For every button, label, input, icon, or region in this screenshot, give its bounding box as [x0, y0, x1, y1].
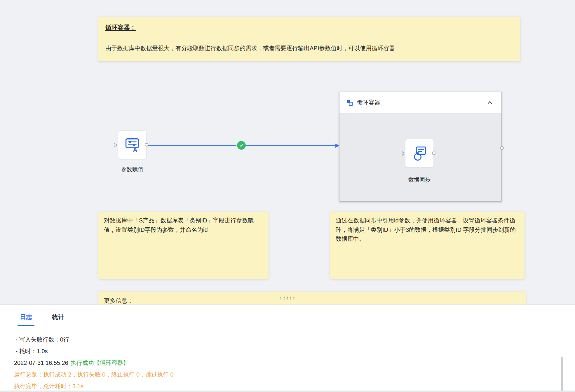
note-title: 循环容器：	[105, 22, 513, 32]
node-data-sync[interactable]	[405, 139, 434, 168]
log-timestamp: 2022-07-31 16:55:26	[14, 360, 68, 366]
output-port[interactable]	[145, 143, 148, 147]
loop-container-group[interactable]: 循环容器 数据同	[339, 92, 502, 202]
loop-container-header[interactable]: 循环容器	[339, 92, 501, 114]
node-sync-label: 数据同步	[396, 176, 443, 184]
loop-container-title: 循环容器	[357, 99, 486, 107]
panel-tabs: 日志 统计	[0, 305, 575, 329]
log-line: 运行总览：执行成功 2，执行失败 0，终止执行 0，跳过执行 0	[14, 369, 552, 380]
svg-text:A: A	[133, 147, 137, 153]
database-sync-icon	[412, 145, 427, 161]
workflow-canvas[interactable]: 循环容器： 由于数据库中数据量很大，有分段取数进行数据同步的需求，或者需要逐行输…	[0, 0, 575, 304]
tab-stats[interactable]: 统计	[50, 305, 67, 329]
log-line: - 耗时：1.0s	[14, 345, 552, 357]
log-output[interactable]: - 写入失败行数：0行 - 耗时：1.0s 2022-07-31 16:55:2…	[0, 329, 575, 392]
note-title: 更多信息：	[104, 296, 520, 304]
log-line: - 写入失败行数：0行	[14, 334, 552, 345]
vertical-scrollbar[interactable]	[561, 357, 563, 392]
note-body: 通过在数据同步中引用id参数，并使用循环容器，设置循环容器条件循环，将满足「类别…	[336, 216, 519, 244]
check-circle-icon	[237, 141, 246, 150]
bottom-scroll-track	[0, 391, 575, 392]
sticky-note-more-info[interactable]: 更多信息：	[98, 292, 526, 304]
node-param-assign[interactable]: A	[118, 130, 147, 159]
log-line: 2022-07-31 16:55:26执行成功【循环容器】	[14, 357, 552, 369]
app-window: 循环容器： 由于数据库中数据量很大，有分段取数进行数据同步的需求，或者需要逐行输…	[0, 0, 575, 392]
note-body: 由于数据库中数据量很大，有分段取数进行数据同步的需求，或者需要逐行输出API参数…	[105, 44, 513, 53]
panel-resize-handle[interactable]: :::::	[279, 295, 296, 300]
log-line: 执行完毕，总计耗时：3.1s	[14, 380, 552, 392]
output-port[interactable]	[432, 151, 435, 155]
tab-log[interactable]: 日志	[18, 305, 34, 329]
loop-squares-icon	[346, 100, 353, 106]
note-body: 对数据库中「S产品」数据库表「类别ID」字段进行参数赋值，设置类别ID字段为参数…	[104, 216, 263, 234]
sticky-note-param[interactable]: 对数据库中「S产品」数据库表「类别ID」字段进行参数赋值，设置类别ID字段为参数…	[98, 212, 269, 279]
log-panel: 日志 统计 - 写入失败行数：0行 - 耗时：1.0s 2022-07-31 1…	[0, 304, 575, 392]
log-success-text: 执行成功【循环容器】	[71, 360, 129, 366]
container-output-port[interactable]	[500, 146, 504, 150]
node-param-label: 参数赋值	[106, 166, 158, 173]
sticky-note-sync[interactable]: 通过在数据同步中引用id参数，并使用循环容器，设置循环容器条件循环，将满足「类别…	[330, 212, 525, 279]
sliders-window-icon: A	[124, 137, 140, 153]
chevron-up-icon[interactable]	[486, 99, 493, 106]
sticky-note-intro[interactable]: 循环容器： 由于数据库中数据量很大，有分段取数进行数据同步的需求，或者需要逐行输…	[98, 17, 520, 61]
